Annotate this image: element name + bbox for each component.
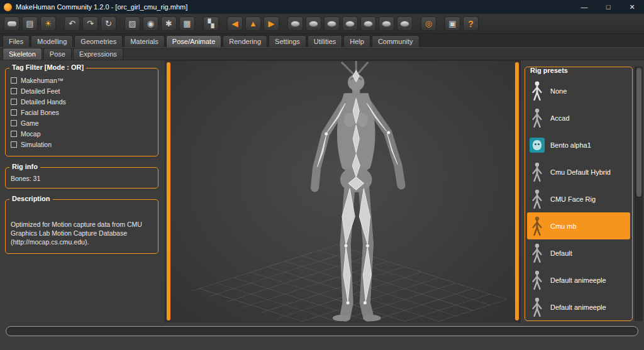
checkbox-icon[interactable]	[11, 120, 17, 126]
rig-item-default-animeeple-2[interactable]: Default animeeple	[527, 293, 630, 320]
checkbox-icon[interactable]	[11, 88, 17, 94]
tab-community[interactable]: Community	[372, 35, 419, 47]
orbit-button[interactable]: ◎	[421, 16, 436, 31]
tab-rendering[interactable]: Rendering	[223, 35, 267, 47]
symmetry-right-button[interactable]: ▶	[264, 16, 279, 31]
filter-option-label: Simulation	[21, 141, 52, 148]
redo-button[interactable]: ↷	[82, 16, 98, 31]
checkbox-icon[interactable]	[11, 141, 17, 148]
rig-item-bento-alpha1[interactable]: Bento alpha1	[527, 131, 630, 158]
tab-modelling[interactable]: Modelling	[31, 35, 73, 47]
tab-utilities[interactable]: Utilities	[308, 35, 342, 47]
help-button[interactable]: ?	[463, 16, 479, 31]
mesh-tool-icon: ▨	[128, 19, 136, 28]
filter-option-game[interactable]: Game	[11, 119, 153, 127]
rig-item-label: Accad	[550, 114, 570, 122]
rig-figure-icon	[530, 162, 545, 182]
filter-option-label: Makehuman™	[21, 77, 64, 84]
undo-icon: ↶	[69, 19, 75, 28]
mesh-tool-button[interactable]: ▨	[125, 16, 140, 31]
rig-item-cmu-face-rig[interactable]: CMU Face Rig	[527, 185, 630, 212]
view-preset-3-button[interactable]	[324, 16, 340, 31]
tab-help[interactable]: Help	[343, 35, 370, 47]
skeleton-view-icon: ✱	[165, 19, 172, 28]
close-button[interactable]: ✕	[620, 0, 644, 14]
symmetry-left-button[interactable]: ◀	[227, 16, 243, 31]
reload-icon: ↻	[105, 19, 112, 28]
rig-face-icon	[530, 138, 545, 153]
checkbox-icon[interactable]	[11, 99, 17, 105]
view-preset-1-button[interactable]	[287, 16, 303, 31]
view-preset-4-button[interactable]	[342, 16, 358, 31]
symmetry-right-icon: ▶	[269, 19, 275, 28]
view-preset-6-icon	[382, 21, 391, 27]
tab-geometries[interactable]: Geometries	[74, 35, 123, 47]
background-button[interactable]: ▚	[203, 16, 219, 31]
redo-icon: ↷	[87, 19, 94, 28]
view-preset-7-button[interactable]	[397, 16, 413, 31]
rig-figure-icon	[530, 189, 545, 209]
tab-settings[interactable]: Settings	[269, 35, 306, 47]
rig-preset-list: None Accad Bento alpha1 Cmu Defa	[527, 77, 630, 320]
rig-figure-icon	[530, 297, 545, 317]
reload-button[interactable]: ↻	[101, 16, 116, 31]
filter-option-detailed-hands[interactable]: Detailed Hands	[11, 98, 153, 106]
view-preset-5-button[interactable]	[360, 16, 376, 31]
rig-item-accad[interactable]: Accad	[527, 104, 630, 131]
load-button[interactable]: ▤	[22, 16, 38, 31]
viewport-canvas[interactable]	[165, 60, 521, 322]
viewport-right-slider[interactable]	[515, 62, 519, 320]
main-tab-bar: Files Modelling Geometries Materials Pos…	[0, 34, 644, 47]
minimize-button[interactable]: —	[572, 0, 596, 14]
tab-files[interactable]: Files	[3, 35, 30, 47]
symmetry-button[interactable]: ▲	[245, 16, 261, 31]
rig-item-default-animeeple-1[interactable]: Default animeeple	[527, 266, 630, 293]
scrollbar-thumb[interactable]	[636, 68, 641, 197]
checkbox-icon[interactable]	[11, 109, 17, 116]
rig-figure-icon	[530, 243, 545, 263]
skeleton-view-button[interactable]: ✱	[161, 16, 177, 31]
filter-option-makehuman[interactable]: Makehuman™	[11, 77, 153, 84]
rig-item-none[interactable]: None	[527, 77, 630, 104]
rig-figure-icon	[530, 216, 545, 236]
filter-option-mocap[interactable]: Mocap	[11, 130, 153, 138]
rig-item-label: Default animeeple	[550, 276, 606, 284]
new-icon	[8, 21, 16, 26]
rig-list-scrollbar[interactable]	[635, 67, 643, 321]
save-button[interactable]: ☀	[40, 16, 56, 31]
uv-grid-button[interactable]: ▦	[179, 16, 195, 31]
help-icon: ?	[468, 19, 474, 28]
view-preset-2-button[interactable]	[306, 16, 321, 31]
rig-item-default[interactable]: Default	[527, 239, 630, 266]
checkbox-icon[interactable]	[11, 131, 17, 137]
snapshot-button[interactable]: ▣	[445, 16, 460, 31]
undo-button[interactable]: ↶	[64, 16, 80, 31]
filter-option-facial-bones[interactable]: Facial Bones	[11, 109, 153, 116]
filter-option-simulation[interactable]: Simulation	[11, 141, 153, 148]
viewport-left-slider[interactable]	[167, 62, 170, 320]
checkbox-icon[interactable]	[11, 77, 17, 84]
load-icon: ▤	[26, 19, 33, 28]
maximize-button[interactable]: □	[596, 0, 620, 14]
bones-count: Bones: 31	[11, 174, 153, 183]
view-preset-5-icon	[364, 21, 373, 27]
right-panel: Rig presets None Accad Bento alpha	[521, 60, 644, 322]
rig-item-cmu-default-hybrid[interactable]: Cmu Default Hybrid	[527, 158, 630, 185]
wireframe-button[interactable]: ◉	[143, 16, 158, 31]
subtab-skeleton[interactable]: Skeleton	[3, 48, 42, 60]
view-preset-6-button[interactable]	[379, 16, 394, 31]
filter-option-detailed-feet[interactable]: Detailed Feet	[11, 87, 153, 95]
rig-item-cmu-mb[interactable]: Cmu mb	[527, 212, 630, 239]
symmetry-icon: ▲	[249, 19, 257, 28]
rig-item-label: Cmu mb	[550, 222, 577, 230]
tab-pose-animate[interactable]: Pose/Animate	[166, 35, 221, 47]
rig-item-label: Default animeeple	[550, 304, 606, 311]
new-button[interactable]	[4, 16, 19, 31]
subtab-expressions[interactable]: Expressions	[73, 48, 123, 60]
tab-materials[interactable]: Materials	[124, 35, 165, 47]
filter-option-label: Facial Bones	[21, 109, 59, 116]
orbit-icon: ◎	[425, 19, 432, 28]
filter-option-label: Mocap	[21, 130, 41, 138]
subtab-pose[interactable]: Pose	[43, 48, 72, 60]
sub-tab-bar: Skeleton Pose Expressions	[0, 47, 644, 60]
